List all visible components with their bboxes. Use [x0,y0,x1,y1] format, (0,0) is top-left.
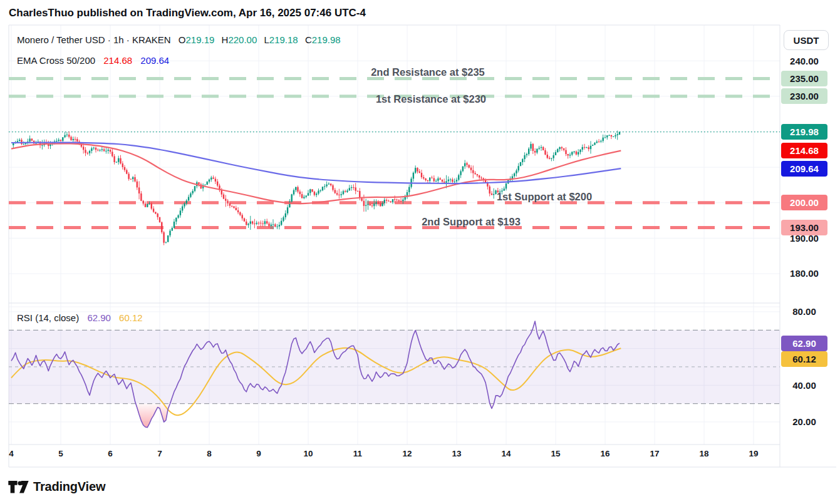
time-axis-label: 13 [444,449,469,458]
rsi-legend-title: RSI (14, close) [17,312,79,323]
time-axis-label: 7 [147,449,172,458]
annotation-1: 1st Resistance at $230 [376,93,486,105]
annotation-3: 2nd Support at $193 [422,216,521,227]
ema50-value: 214.68 [103,55,132,66]
time-axis-label: 15 [543,449,568,458]
time-axis-label: 6 [98,449,123,458]
time-axis-label: 5 [48,449,73,458]
price-badge: 60.12 [781,351,827,367]
time-axis-label: 12 [395,449,420,458]
time-axis-label: 14 [494,449,519,458]
time-axis-label: 10 [296,449,321,458]
price-axis-label: 80.00 [781,304,827,319]
time-axis-label: 17 [642,449,667,458]
time-axis-label: 11 [345,449,370,458]
price-badge: 219.98 [781,124,827,140]
symbol-legend[interactable]: Monero / Tether USD · 1h · KRAKEN O219.1… [17,34,345,45]
tradingview-logo[interactable]: TradingView [8,480,105,494]
ohlc-close-label: C [305,34,312,45]
price-axis-label: 190.00 [781,230,827,246]
time-axis-label: 16 [593,449,618,458]
ema-cross-legend[interactable]: EMA Cross 50/200 214.68 209.64 [17,55,169,66]
ema200-value: 209.64 [140,55,169,66]
ohlc-high-label: H [222,34,229,45]
price-badge: 200.00 [781,195,827,210]
time-axis-label: 18 [692,449,717,458]
ohlc-high-value: 220.00 [228,34,257,45]
ohlc-low-label: L [264,34,269,45]
tradingview-logo-icon [8,481,29,493]
time-axis-label: 19 [741,449,766,458]
time-axis-label: 4 [0,449,24,458]
brand-name: TradingView [33,480,105,494]
ohlc-open-value: 219.19 [186,34,215,45]
ema200-line [11,143,621,183]
price-badge: 230.00 [781,88,827,104]
time-axis-label: 8 [197,449,222,458]
annotation-0: 2nd Resistance at $235 [371,66,485,78]
rsi-ma-value: 60.12 [119,312,143,323]
price-badge: 62.90 [781,336,827,351]
time-axis-label: 9 [246,449,271,458]
ema-legend-title: EMA Cross 50/200 [17,55,95,66]
ohlc-low-value: 219.18 [269,34,298,45]
price-badge: 235.00 [781,71,827,86]
price-axis-label: 180.00 [781,265,827,281]
rsi-value: 62.90 [87,312,111,323]
ohlc-open-label: O [179,34,186,45]
price-badge: 214.68 [781,143,827,158]
ohlc-close-value: 219.98 [312,34,341,45]
symbol-title: Monero / Tether USD · 1h · KRAKEN [17,34,171,45]
chart-canvas[interactable]: 2nd Resistance at $2351st Resistance at … [0,0,840,504]
price-badge: 209.64 [781,161,827,177]
currency-toggle-button[interactable]: USDT [784,30,829,50]
price-axis-label: 20.00 [781,414,827,429]
price-axis-label: 40.00 [781,378,827,393]
annotation-2: 1st Support at $200 [497,191,592,202]
price-axis-label: 240.00 [781,53,827,69]
rsi-legend[interactable]: RSI (14, close) 62.90 60.12 [17,312,143,323]
